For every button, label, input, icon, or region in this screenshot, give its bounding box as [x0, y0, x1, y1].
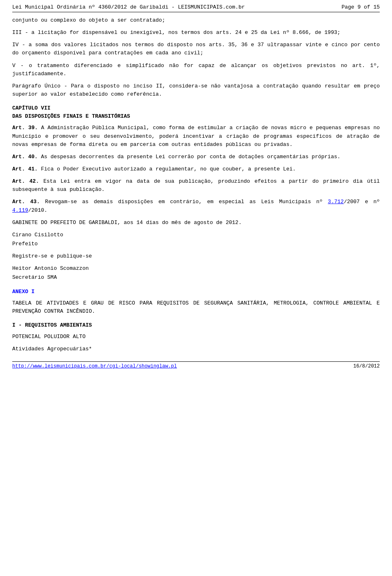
text-iii: III - a licitação for dispensável ou ine…: [12, 29, 341, 36]
assinatura2-name: Heitor Antonio Scomazzon: [12, 264, 380, 273]
footer-url[interactable]: http://www.leismunicipais.com.br/cgi-loc…: [12, 363, 177, 369]
art42-label: Art. 42.: [12, 178, 39, 184]
paragraph-v: V - o tratamento diferenciado e simplifi…: [12, 62, 380, 78]
paragraph-iv: IV - a soma dos valores licitados nos te…: [12, 41, 380, 57]
assinatura1-name: Cirano Cisilotto: [12, 231, 380, 239]
registre-label: Registre-se e publique-se: [12, 253, 92, 259]
paragraph-art40: Art. 40. As despesas decorrentes da pres…: [12, 153, 380, 161]
paragraph-paragrafo-unico: Parágrafo Único - Para o disposto no inc…: [12, 82, 380, 99]
art42-text: Esta Lei entra em vigor na data de sua p…: [12, 178, 380, 193]
paragraph-art39: Art. 39. A Administração Pública Municip…: [12, 124, 380, 148]
footer-date: 16/8/2012: [353, 363, 380, 369]
art43-label: Art. 43.: [12, 199, 40, 205]
art39-label: Art. 39.: [12, 125, 38, 131]
atividades-label: Atividades Agropecuárias*: [12, 345, 380, 353]
assinatura1-title: Prefeito: [12, 240, 380, 248]
text-v: V - o tratamento diferenciado e simplifi…: [12, 63, 380, 77]
paragraph-conjunto: conjunto ou complexo do objeto a ser con…: [12, 16, 380, 25]
chapter-vii-desc: DAS DISPOSIÇÕES FINAIS E TRANSITÓRIAS: [12, 112, 380, 121]
tabela-desc-text: TABELA DE ATIVIDADES E GRAU DE RISCO PAR…: [12, 300, 380, 314]
page-content: conjunto ou complexo do objeto a ser con…: [12, 16, 380, 353]
art43-link1[interactable]: 3.712: [328, 199, 344, 205]
art43-text-before: Revogam-se as demais disposições em cont…: [45, 199, 328, 205]
art41-label: Art. 41.: [12, 166, 38, 172]
paragraph-art42: Art. 42. Esta Lei entra em vigor na data…: [12, 177, 380, 194]
paragraph-art41: Art. 41. Fica o Poder Executivo autoriza…: [12, 165, 380, 173]
text-paragrafo-unico: Parágrafo Único - Para o disposto no inc…: [12, 83, 380, 97]
art39-text: A Administração Pública Municipal, como …: [12, 125, 380, 147]
gabinete-text: GABINETE DO PREFEITO DE GARIBALDI, aos 1…: [12, 219, 380, 227]
art43-link2[interactable]: 4.119: [12, 207, 28, 213]
art43-text-end: /2010.: [28, 207, 47, 213]
header-title: Lei Municipal Ordinária nº 4360/2012 de …: [12, 4, 245, 10]
anexo-title: ANEXO I: [12, 288, 380, 296]
potencial-label: POTENCIAL POLUIDOR ALTO: [12, 333, 380, 341]
paragraph-iii: III - a licitação for dispensável ou ine…: [12, 29, 380, 37]
gabinete-label: GABINETE DO PREFEITO DE GARIBALDI, aos 1…: [12, 220, 242, 226]
art43-text-mid: /2007 e nº: [344, 199, 380, 205]
art40-label: Art. 40.: [12, 154, 38, 160]
page-footer: http://www.leismunicipais.com.br/cgi-loc…: [12, 361, 380, 369]
header-page: Page 9 of 15: [341, 4, 380, 10]
tabela-desc: TABELA DE ATIVIDADES E GRAU DE RISCO PAR…: [12, 299, 380, 316]
assinatura2-title: Secretário SMA: [12, 273, 380, 282]
page-header: Lei Municipal Ordinária nº 4360/2012 de …: [12, 4, 380, 12]
paragraph-art43: Art. 43. Revogam-se as demais disposiçõe…: [12, 198, 380, 214]
art40-text: As despesas decorrentes da presente Lei …: [41, 154, 340, 160]
text-conjunto: conjunto ou complexo do objeto a ser con…: [12, 17, 165, 23]
assinatura1-block: Cirano Cisilotto Prefeito: [12, 231, 380, 248]
art41-text: Fica o Poder Executivo autorizado a regu…: [41, 166, 296, 172]
registre-text: Registre-se e publique-se: [12, 252, 380, 260]
chapter-vii-label: CAPÍTULO VII: [12, 104, 380, 112]
chapter-title-line1: CAPÍTULO VII DAS DISPOSIÇÕES FINAIS E TR…: [12, 104, 380, 121]
req-section-title: I - REQUISITOS AMBIENTAIS: [12, 321, 380, 329]
text-iv: IV - a soma dos valores licitados nos te…: [12, 42, 380, 56]
assinatura2-block: Heitor Antonio Scomazzon Secretário SMA: [12, 264, 380, 282]
